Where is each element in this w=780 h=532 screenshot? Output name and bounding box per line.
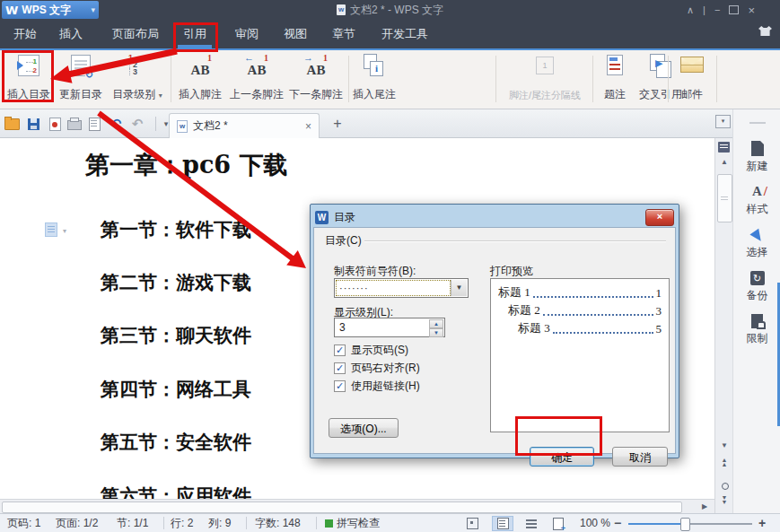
- zoom-out-icon[interactable]: −: [614, 516, 621, 530]
- toc-dialog: W 目录 × 目录(C) 制表符前导符(B): ······· ▼ 显示级别(L…: [310, 204, 679, 458]
- toc-dialog-body: 目录(C) 制表符前导符(B): ······· ▼ 显示级别(L): 3 ▲ …: [313, 227, 676, 454]
- tab-insert[interactable]: 插入: [52, 20, 90, 48]
- minimize-icon[interactable]: −: [714, 4, 720, 15]
- next-footnote-button[interactable]: →AB1 下一条脚注: [287, 52, 345, 106]
- next-page-icon[interactable]: ▼▼: [715, 495, 733, 504]
- sidebar-item-styles[interactable]: A 样式: [733, 181, 780, 217]
- horizontal-scrollbar[interactable]: ▶: [0, 499, 714, 513]
- sidebar-item-new[interactable]: 新建: [733, 138, 780, 174]
- wps-writer-window: W WPS 文字 ▾ 文档2 * - WPS 文字 ∧ | − × 开始 插入 …: [0, 0, 780, 532]
- save-icon[interactable]: [25, 116, 41, 132]
- scroll-up-icon[interactable]: ▲: [715, 158, 733, 166]
- status-page-count: 页面: 1/2: [56, 514, 98, 532]
- options-button[interactable]: 选项(O)...: [329, 418, 399, 438]
- undo-icon[interactable]: ↶: [108, 116, 124, 132]
- tab-view[interactable]: 视图: [276, 20, 314, 48]
- print-preview-icon[interactable]: [86, 116, 102, 132]
- previous-footnote-icon: ←AB1: [241, 54, 272, 78]
- print-icon[interactable]: [66, 116, 83, 132]
- tab-developer[interactable]: 开发工具: [377, 20, 433, 48]
- caption-button[interactable]: 题注: [595, 52, 635, 106]
- zoom-slider-track[interactable]: [628, 523, 752, 525]
- insert-toc-button[interactable]: 1 2 插入目录: [4, 52, 54, 106]
- window-controls: ∧ | − ×: [687, 0, 755, 20]
- close-tab-icon[interactable]: ×: [305, 120, 311, 133]
- toc-dialog-titlebar[interactable]: W 目录 ×: [313, 207, 676, 227]
- paragraph-style-margin-icon[interactable]: [45, 222, 57, 237]
- close-window-icon[interactable]: ×: [748, 4, 755, 17]
- doc-heading-section1: 第一节：软件下载: [101, 217, 251, 242]
- collapse-window-icon[interactable]: ∧: [687, 4, 694, 16]
- right-sidebar: 新建 A 样式 选择 ↻ 备份 限制: [732, 109, 780, 513]
- zoom-percentage[interactable]: 100 %: [580, 514, 610, 532]
- spinner-down-icon[interactable]: ▼: [429, 328, 443, 337]
- update-toc-button[interactable]: ↻ 更新目录: [56, 52, 106, 106]
- doc-heading-section3: 第三节：聊天软件: [101, 323, 251, 348]
- dialog-close-icon[interactable]: ×: [645, 209, 674, 226]
- tab-references[interactable]: 引用: [176, 20, 214, 48]
- scroll-down-icon[interactable]: ▼: [715, 441, 733, 449]
- previous-page-icon[interactable]: ▲▲: [715, 458, 733, 467]
- group-separator: [348, 56, 349, 102]
- vertical-scroll-thumb[interactable]: [717, 174, 732, 222]
- insert-endnote-button[interactable]: i 插入尾注: [352, 52, 397, 106]
- sidebar-item-restrict[interactable]: 限制: [733, 310, 780, 346]
- group-separator: [495, 56, 496, 102]
- sidebar-item-backup[interactable]: ↻ 备份: [733, 267, 780, 303]
- status-word-count[interactable]: 字数: 148: [255, 514, 301, 532]
- outline-view-icon[interactable]: [521, 516, 542, 531]
- zoom-in-icon[interactable]: +: [758, 516, 766, 530]
- select-browse-object-icon[interactable]: [722, 483, 729, 490]
- spinner-up-icon[interactable]: ▲: [429, 319, 443, 328]
- right-align-page-numbers-checkbox[interactable]: ✓ 页码右对齐(R): [334, 361, 420, 376]
- ok-button[interactable]: 确定: [530, 447, 594, 467]
- tab-review[interactable]: 审阅: [228, 20, 266, 48]
- zoom-slider-thumb[interactable]: [680, 518, 690, 531]
- page-view-icon[interactable]: [492, 516, 513, 531]
- tab-leader-combobox[interactable]: ······· ▼: [334, 278, 469, 298]
- ribbon-references: 1 2 插入目录 ↻ 更新目录 1 2 3 目录级别 ▾ AB1 插: [0, 50, 780, 109]
- wps-app-menu-button[interactable]: W WPS 文字 ▾: [2, 1, 99, 19]
- new-tab-button[interactable]: +: [329, 115, 346, 133]
- skin-theme-icon[interactable]: [758, 26, 772, 36]
- checkbox-checked-icon: ✓: [334, 344, 346, 356]
- mail-button[interactable]: 邮件: [671, 52, 713, 106]
- tab-home[interactable]: 开始: [7, 20, 43, 48]
- menubar: 开始 插入 页面布局 引用 审阅 视图 章节 开发工具: [0, 20, 780, 48]
- show-page-numbers-checkbox[interactable]: ✓ 显示页码(S): [334, 343, 408, 358]
- backup-icon: ↻: [750, 271, 765, 285]
- tab-page-layout[interactable]: 页面布局: [101, 20, 171, 48]
- doc-heading-chapter1: 第一章：pc6 下载: [85, 149, 288, 181]
- tab-section[interactable]: 章节: [325, 20, 363, 48]
- previous-footnote-button[interactable]: ←AB1 上一条脚注: [228, 52, 285, 106]
- toc-level-button[interactable]: 1 2 3 目录级别 ▾: [108, 52, 167, 106]
- mail-envelope-icon: [680, 57, 704, 73]
- select-cursor-icon: [749, 229, 765, 245]
- horizontal-scroll-thumb[interactable]: [2, 501, 682, 513]
- document-tab[interactable]: w 文档2 * ×: [169, 113, 320, 138]
- group-divider: [364, 240, 666, 242]
- window-title: 文档2 * - WPS 文字: [350, 3, 443, 18]
- combobox-dropdown-icon[interactable]: ▼: [451, 280, 467, 296]
- insert-footnote-button[interactable]: AB1 插入脚注: [174, 52, 226, 106]
- lock-icon: [751, 314, 763, 328]
- show-levels-spinner[interactable]: 3 ▲ ▼: [334, 318, 445, 337]
- maximize-icon[interactable]: [729, 5, 739, 14]
- collapse-ribbon-icon[interactable]: ▾: [715, 115, 731, 128]
- sidebar-item-select[interactable]: 选择: [733, 224, 780, 260]
- vertical-scrollbar[interactable]: ▲ ▼ ▲▲ ▼▼: [714, 138, 732, 513]
- preview-row-3: 标题 35: [498, 320, 662, 336]
- update-toc-icon: ↻: [71, 55, 91, 76]
- fullscreen-view-icon[interactable]: [461, 516, 483, 531]
- status-spellcheck[interactable]: 拼写检查: [325, 514, 380, 532]
- scroll-right-icon[interactable]: ▶: [702, 502, 707, 510]
- document-tab-label: 文档2 *: [193, 118, 228, 134]
- statusbar: 页码: 1 页面: 1/2 节: 1/1 行: 2 列: 9 字数: 148 拼…: [0, 513, 780, 532]
- export-pdf-icon[interactable]: [47, 116, 63, 132]
- use-hyperlinks-checkbox[interactable]: ✓ 使用超链接(H): [334, 379, 420, 394]
- web-layout-view-icon[interactable]: [548, 516, 569, 531]
- cancel-button[interactable]: 取消: [612, 447, 668, 467]
- preview-row-1: 标题 11: [498, 284, 662, 301]
- open-file-icon[interactable]: [4, 116, 20, 132]
- reading-layout-icon[interactable]: [718, 142, 730, 153]
